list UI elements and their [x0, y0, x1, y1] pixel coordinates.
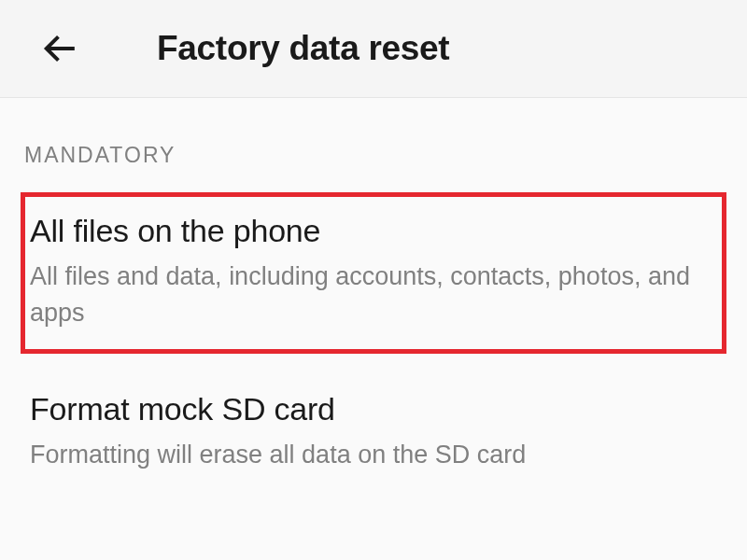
page-title: Factory data reset	[157, 29, 449, 68]
option-format-sd[interactable]: Format mock SD card Formatting will eras…	[21, 371, 726, 496]
option-title: All files on the phone	[30, 213, 717, 249]
option-title: Format mock SD card	[30, 391, 717, 427]
section-label: MANDATORY	[21, 98, 726, 192]
content-area: MANDATORY All files on the phone All fil…	[0, 98, 747, 496]
option-description: Formatting will erase all data on the SD…	[30, 437, 717, 473]
option-description: All files and data, including accounts, …	[30, 259, 717, 331]
option-all-files[interactable]: All files on the phone All files and dat…	[21, 192, 726, 354]
back-button[interactable]	[37, 26, 82, 71]
arrow-left-icon	[42, 31, 78, 66]
app-header: Factory data reset	[0, 0, 747, 98]
